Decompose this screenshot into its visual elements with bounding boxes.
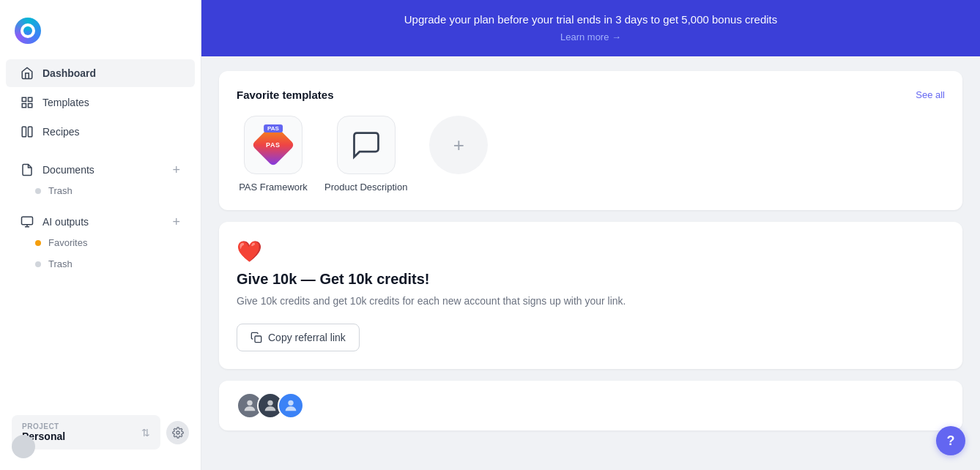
banner-text: Upgrade your plan before your trial ends… [219,13,962,26]
banner-learn-more-link[interactable]: Learn more → [560,31,621,42]
svg-rect-4 [22,127,26,137]
sidebar-item-recipes[interactable]: Recipes [6,118,195,146]
trash-dot [35,188,41,194]
copy-referral-label: Copy referral link [268,332,346,343]
ai-outputs-label: AI outputs [42,216,89,228]
favorite-templates-title: Favorite templates [237,89,334,101]
svg-point-12 [267,400,272,406]
add-template-button[interactable]: + [429,116,488,174]
team-card [219,381,962,430]
sidebar-item-ai-favorites[interactable]: Favorites [0,232,201,253]
book-icon [21,125,34,138]
product-template-name: Product Description [324,182,407,193]
svg-rect-10 [255,336,261,343]
svg-rect-3 [29,104,32,108]
sidebar-item-templates[interactable]: Templates [6,89,195,116]
copy-referral-button[interactable]: Copy referral link [237,324,360,351]
sidebar-item-templates-label: Templates [42,97,89,108]
document-icon [21,163,34,176]
referral-card: ❤️ Give 10k — Get 10k credits! Give 10k … [219,222,962,369]
favorites-dot [35,240,41,246]
ai-trash-dot [35,261,41,267]
sidebar-item-documents-trash[interactable]: Trash [0,180,201,201]
sidebar-item-dashboard-label: Dashboard [42,67,96,79]
sidebar-section-documents[interactable]: Documents + [6,156,195,179]
ai-favorites-label: Favorites [48,237,87,248]
logo-area [0,12,201,59]
svg-point-9 [177,431,179,434]
sidebar: Dashboard Templates Recipes Documents + … [0,0,201,470]
add-document-button[interactable]: + [172,163,180,176]
ai-trash-label: Trash [48,258,73,269]
settings-button[interactable] [166,421,189,444]
sidebar-section-ai-outputs[interactable]: AI outputs + [6,208,195,231]
product-icon-wrap [337,116,396,174]
documents-label: Documents [42,164,94,176]
referral-description: Give 10k credits and get 10k credits for… [237,294,945,309]
avatar-row [237,392,945,419]
svg-rect-5 [29,127,32,137]
chevron-updown-icon: ⇅ [141,427,150,439]
project-label: PROJECT [22,422,65,430]
grid-icon [21,96,34,109]
template-item-product[interactable]: Product Description [324,116,407,193]
home-icon [21,67,34,80]
user-avatar[interactable] [12,435,35,458]
svg-rect-1 [29,97,32,101]
card-header: Favorite templates See all [237,89,945,101]
svg-point-13 [288,400,293,406]
main-content: Upgrade your plan before your trial ends… [201,0,980,470]
pas-diamond-text: PAS [266,141,280,149]
team-avatar-3 [278,392,304,419]
add-icon: + [453,134,464,157]
see-all-button[interactable]: See all [916,89,945,100]
upgrade-banner: Upgrade your plan before your trial ends… [201,0,980,56]
pas-template-name: PAS Framework [239,182,308,193]
svg-point-11 [247,400,252,406]
template-grid: PAS PAS PAS Framework Product Descri [237,116,945,193]
template-item-pas[interactable]: PAS PAS PAS Framework [237,116,310,193]
add-template-item[interactable]: + [422,116,495,174]
help-icon: ? [947,433,955,449]
app-logo [15,18,41,44]
sidebar-item-dashboard[interactable]: Dashboard [6,59,195,87]
pas-icon-wrap: PAS PAS [244,116,302,174]
sidebar-item-recipes-label: Recipes [42,126,80,138]
svg-rect-2 [22,104,26,108]
gear-icon [172,427,184,439]
add-ai-output-button[interactable]: + [172,215,180,228]
sidebar-item-ai-trash[interactable]: Trash [0,253,201,275]
documents-trash-label: Trash [48,185,73,196]
heart-icon: ❤️ [237,239,945,264]
svg-rect-0 [22,97,26,101]
ai-icon [21,215,34,228]
help-button[interactable]: ? [936,426,965,455]
referral-title: Give 10k — Get 10k credits! [237,271,945,288]
pas-badge: PAS [264,124,283,133]
favorite-templates-card: Favorite templates See all PAS PAS [219,71,962,210]
svg-rect-6 [22,217,33,225]
chat-bubble-icon [350,129,382,161]
copy-icon [250,332,262,343]
